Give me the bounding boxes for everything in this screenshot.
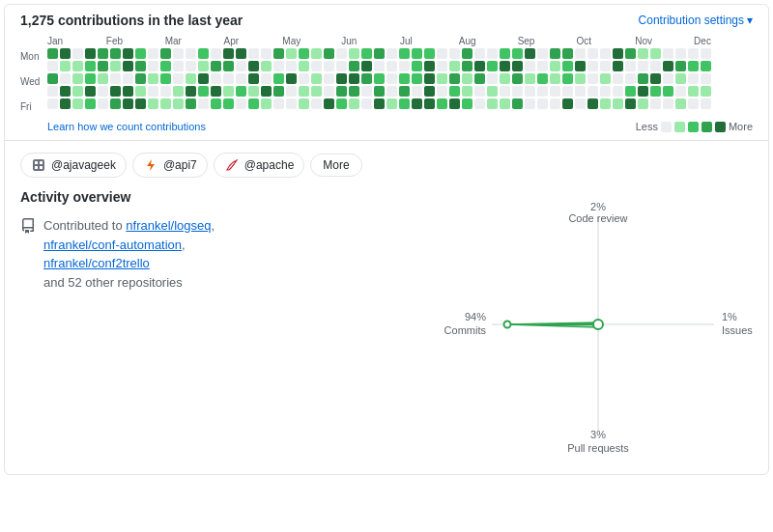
contribution-cell — [223, 86, 234, 97]
contribution-cell — [525, 61, 535, 71]
contribution-cell — [437, 86, 447, 97]
contribution-cell — [60, 73, 71, 84]
contribution-cell — [236, 98, 246, 109]
repo-link-1[interactable]: nfrankel/logseq — [126, 218, 211, 233]
contribution-cell — [562, 86, 573, 97]
contribution-cell — [198, 61, 209, 71]
contribution-cell — [248, 73, 259, 84]
contribution-cell — [248, 48, 259, 59]
more-label: More — [729, 121, 753, 132]
month-label: Jun — [341, 36, 400, 46]
contribution-cell — [575, 73, 586, 84]
grid-row — [47, 48, 753, 59]
legend-right: Less More — [636, 121, 753, 132]
repo-link-3[interactable]: nfrankel/conf2trello — [43, 256, 150, 270]
contribution-cell — [361, 86, 372, 97]
contribution-cell — [613, 98, 623, 109]
contribution-cell — [399, 48, 410, 59]
filter-apache[interactable]: @apache — [214, 153, 305, 178]
contribution-cell — [449, 98, 460, 109]
filter-api7[interactable]: @api7 — [132, 153, 208, 178]
contribution-cell — [123, 73, 133, 84]
filter-ajavageek[interactable]: @ajavageek — [20, 153, 127, 178]
contribution-cell — [474, 48, 485, 59]
contribution-cell — [650, 86, 661, 97]
svg-point-11 — [593, 320, 603, 329]
filter-apache-label: @apache — [244, 158, 295, 172]
contribution-cell — [638, 48, 648, 59]
contribution-cell — [60, 61, 71, 71]
contribution-cell — [663, 73, 673, 84]
contribution-cell — [336, 73, 347, 84]
month-label: Dec — [694, 36, 753, 46]
learn-link[interactable]: Learn how we count contributions — [47, 121, 206, 132]
contribution-cell — [236, 86, 246, 97]
contribution-cell — [500, 48, 510, 59]
contribution-cell — [148, 98, 158, 109]
contribution-cell — [211, 48, 221, 59]
less-label: Less — [636, 121, 658, 132]
contribution-cell — [336, 48, 347, 59]
contribution-cell — [173, 73, 184, 84]
contribution-cell — [650, 73, 661, 84]
contribution-cell — [374, 48, 385, 59]
more-filters-btn[interactable]: More — [310, 154, 361, 177]
repo-icon — [20, 218, 36, 292]
contribution-cell — [675, 98, 686, 109]
contribution-cell — [160, 48, 171, 59]
contribution-cell — [324, 61, 334, 71]
feather-icon — [224, 157, 240, 173]
svg-rect-0 — [33, 159, 44, 171]
contribution-cell — [60, 98, 71, 109]
contribution-cell — [311, 86, 322, 97]
legend-cell-2 — [688, 122, 699, 132]
contribution-cell — [512, 86, 523, 97]
legend-row: Learn how we count contributions Less Mo… — [20, 121, 753, 132]
contribution-cell — [135, 86, 146, 97]
grid-row — [47, 86, 753, 97]
svg-text:Pull requests: Pull requests — [567, 442, 629, 454]
contribution-cell — [525, 86, 535, 97]
contribution-cell — [625, 98, 636, 109]
activity-text: Contributed to nfrankel/logseq, nfrankel… — [43, 216, 215, 292]
contribution-cell — [311, 48, 322, 59]
contribution-cell — [349, 48, 359, 59]
contribution-cell — [299, 98, 309, 109]
repo-link-2[interactable]: nfrankel/conf-automation — [43, 238, 182, 252]
contribution-cell — [248, 98, 259, 109]
contribution-cell — [336, 98, 347, 109]
contribution-cell — [72, 86, 83, 97]
contrib-title: 1,275 contributions in the last year — [20, 13, 243, 28]
svg-point-12 — [504, 322, 511, 328]
contribution-cell — [587, 86, 598, 97]
graph-section: JanFebMarAprMayJunJulAugSepOctNovDec Mon… — [5, 32, 768, 141]
contribution-cell — [47, 98, 58, 109]
contribution-cell — [361, 48, 372, 59]
contribution-cell — [437, 61, 447, 71]
contribution-cell — [72, 73, 83, 84]
contribution-cell — [273, 73, 284, 84]
content-area: Activity overview Contributed to nfranke… — [20, 189, 753, 462]
contribution-cell — [462, 48, 472, 59]
contribution-cell — [462, 98, 472, 109]
contribution-cell — [587, 48, 598, 59]
contribution-cell — [512, 61, 523, 71]
day-label — [20, 88, 43, 100]
contribution-cell — [550, 86, 560, 97]
contribution-cell — [487, 98, 498, 109]
lightning-icon — [143, 157, 158, 173]
day-label — [20, 63, 43, 75]
contribution-cell — [412, 73, 422, 84]
contribution-cell — [462, 61, 472, 71]
contribution-cell — [424, 73, 435, 84]
contribution-cell — [186, 61, 196, 71]
contribution-cell — [60, 48, 71, 59]
contribution-cell — [248, 61, 259, 71]
svg-text:Issues: Issues — [722, 324, 753, 336]
contrib-settings-btn[interactable]: Contribution settings ▾ — [639, 14, 753, 27]
contribution-cell — [286, 73, 297, 84]
contribution-cell — [160, 98, 171, 109]
contribution-cell — [336, 61, 347, 71]
contribution-cell — [386, 48, 397, 59]
grid-row — [47, 98, 753, 109]
